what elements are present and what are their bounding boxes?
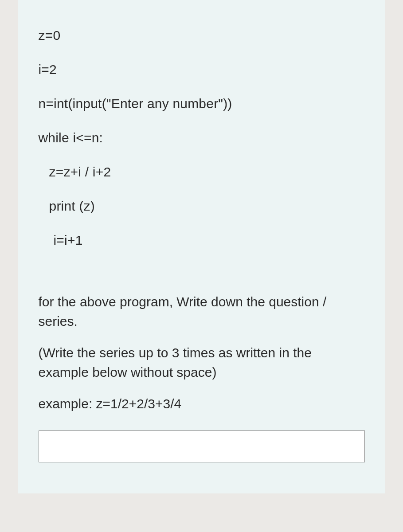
answer-input[interactable]: [39, 430, 365, 462]
question-card: z=0 i=2 n=int(input("Enter any number"))…: [18, 0, 385, 493]
code-line-3: n=int(input("Enter any number")): [39, 95, 365, 112]
code-line-5: z=z+i / i+2: [39, 163, 365, 180]
code-line-6: print (z): [39, 197, 365, 215]
instruction-para-3: example: z=1/2+2/3+3/4: [39, 394, 365, 414]
spacer: [39, 266, 365, 292]
code-line-2: i=2: [39, 61, 365, 78]
instruction-para-1: for the above program, Write down the qu…: [39, 292, 365, 331]
code-line-1: z=0: [39, 27, 365, 44]
instruction-para-2: (Write the series up to 3 times as writt…: [39, 343, 365, 382]
code-line-4: while i<=n:: [39, 129, 365, 146]
code-line-7: i=i+1: [39, 231, 365, 249]
